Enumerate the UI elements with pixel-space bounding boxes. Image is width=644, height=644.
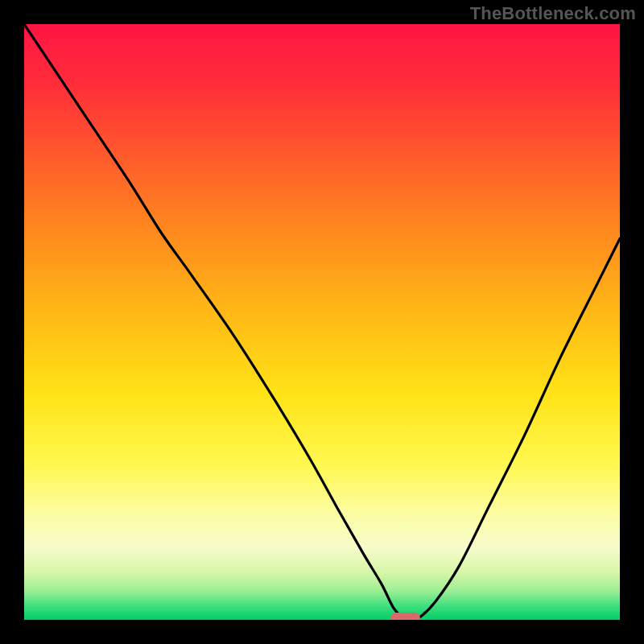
bottleneck-curve [24, 24, 620, 620]
minimum-marker [390, 613, 420, 620]
curve-layer [24, 24, 620, 620]
watermark-text: TheBottleneck.com [470, 3, 636, 24]
plot-area [24, 24, 620, 620]
chart-frame: TheBottleneck.com [0, 0, 644, 644]
